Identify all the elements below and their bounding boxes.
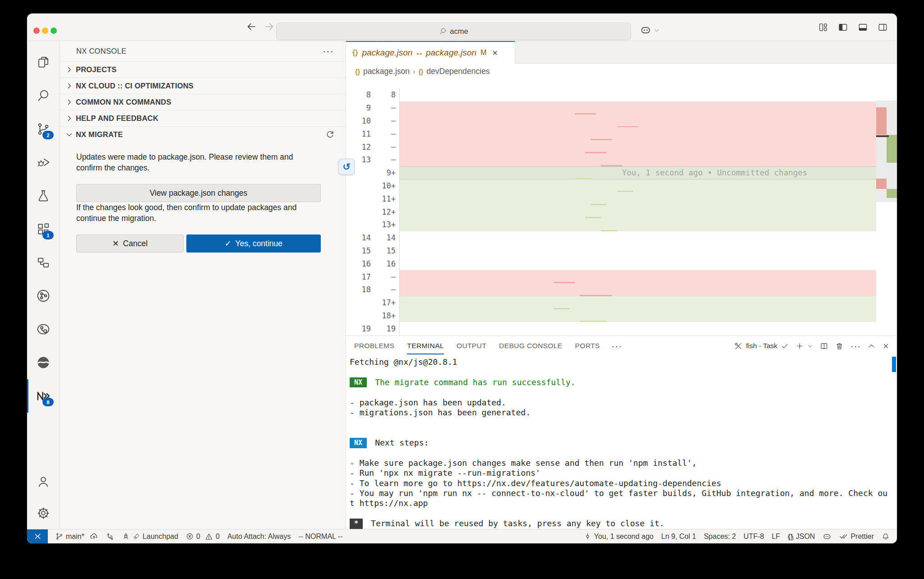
breadcrumb[interactable]: {} package.json › {} devDependencies [346,64,897,79]
code-line[interactable]: 17+ "nx": "20.8.1", [346,296,876,309]
sidebar-item-project-structure[interactable] [27,246,60,279]
sidebar-item-nx-console[interactable]: 8 [27,379,60,413]
git-compare-status[interactable] [106,533,114,541]
section-help-feedback[interactable]: HELP AND FEEDBACK [60,110,346,126]
copilot-status[interactable] [822,532,832,541]
code-line[interactable]: 11 – "@nx/react": "20.0.13", [346,127,876,140]
accounts-button[interactable] [27,466,60,497]
cancel-button[interactable]: ✕Cancel [76,234,184,253]
sidebar-item-search[interactable] [27,79,60,112]
code-line[interactable]: 14 14 "@swc-node/register": "~1.9.1", [346,231,876,244]
sidebar-item-graph[interactable] [27,279,60,312]
sidebar-item-extensions[interactable]: 1 [27,212,60,246]
cursor-position-status[interactable]: Ln 9, Col 1 [661,533,696,541]
close-panel-icon[interactable] [882,342,890,350]
code-line[interactable]: 18+ "typescript": "5.7.3" [346,309,876,322]
command-center-search[interactable]: acme [276,23,631,40]
code-line[interactable]: 19 19 } [346,322,876,335]
new-terminal-icon[interactable] [795,342,804,350]
terminal[interactable]: Fetching @nx/js@20.8.1 NX The migrate co… [346,356,897,529]
language-status[interactable]: {} JSON [788,533,815,541]
code-line[interactable]: 10+ "@nx/playwright": "20.8.1", [346,179,876,193]
panel-tab[interactable]: OUTPUT [457,339,486,353]
code-line[interactable]: 13 – "@nx/webpack": "20.0.13", [346,153,876,166]
terminal-line [350,418,897,427]
panel-tab[interactable]: TERMINAL [407,339,444,353]
rocket-icon [122,533,130,541]
eol-status[interactable]: LF [772,533,780,541]
launchpad-status[interactable]: Launchpad [122,533,178,541]
close-tab-icon[interactable]: × [492,48,498,58]
modified-line-number: 17+ [371,298,399,307]
code-line[interactable]: 10 – "@nx/playwright": "20.0.13", [346,115,876,128]
confirm-button[interactable]: ✓Yes, continue [186,234,321,253]
toggle-panel-icon[interactable] [858,22,868,32]
blame-status[interactable]: You, 1 second ago [584,533,654,541]
code-line[interactable]: 11+ "@nx/react": "20.8.1", [346,192,876,205]
ruler-cursor-marker [876,135,889,137]
view-changes-button[interactable]: View package.json changes [76,184,321,202]
formatter-status[interactable]: Prettier [839,532,874,541]
code-line[interactable]: 15 15 "@swc/core": "~1.5.7", [346,244,876,257]
sidebar-item-source-control[interactable]: 2 [27,112,60,146]
back-icon[interactable] [246,21,257,32]
close-window-button[interactable] [33,28,40,34]
code-line[interactable]: 9+ "@nx/js": "20.8.1", You, 1 second ago… [346,166,876,179]
double-check-icon [839,532,848,541]
section-nx-migrate[interactable]: NX MIGRATE [60,126,346,142]
active-terminal-item[interactable]: fish - Task [734,342,789,350]
section-nx-cloud[interactable]: NX CLOUD :: CI OPTIMIZATIONS [60,78,346,94]
section-common-commands[interactable]: COMMON NX COMMANDS [60,94,346,110]
panel-tab[interactable]: DEBUG CONSOLE [499,339,562,353]
overview-ruler[interactable] [876,79,897,335]
code-line[interactable]: 17 – "nx": "20.0.13", [346,270,876,283]
customize-layout-icon[interactable] [818,22,828,32]
code-line[interactable]: 8 8 "devDependencies": { [346,88,876,101]
diff-editor[interactable]: 8 8 "devDependencies": { 9 – [346,79,897,335]
more-tabs-icon[interactable]: ··· [612,341,622,351]
maximize-panel-icon[interactable] [868,342,875,350]
auto-attach-status[interactable]: Auto Attach: Always [227,533,291,541]
code-line[interactable]: 12 – "@nx/vite": "20.0.13", [346,140,876,153]
chevron-down-icon[interactable] [654,28,660,33]
sidebar-item-testing[interactable] [27,179,60,212]
panel-more-actions-icon[interactable]: ··· [850,341,861,351]
kill-terminal-icon[interactable] [835,342,844,350]
split-terminal-icon[interactable] [820,342,828,350]
encoding-status[interactable]: UTF-8 [744,533,764,541]
terminal-scrollbar[interactable] [892,357,896,372]
code-line[interactable]: 12+ "@nx/vite": "20.8.1", [346,205,876,218]
code-line[interactable]: 16 16 "@swc/helpers": "~0.5.11", [346,257,876,270]
original-line-number: 12 [346,142,371,152]
settings-button[interactable] [27,497,60,529]
problems-status[interactable]: 0 0 [186,533,220,541]
sidebar-item-swirl-logo[interactable] [27,346,60,379]
minimize-window-button[interactable] [42,28,48,34]
indentation-status[interactable]: Spaces: 2 [704,533,736,541]
more-actions-icon[interactable]: ··· [323,49,334,54]
remote-indicator[interactable] [27,529,48,543]
branch-status[interactable]: main* [55,532,98,541]
copilot-icon[interactable] [640,24,651,36]
forward-icon[interactable] [264,21,275,32]
toggle-primary-sidebar-icon[interactable] [838,22,848,32]
sidebar-item-graph-web[interactable] [27,312,60,346]
refresh-icon[interactable] [325,130,335,139]
chevron-down-icon[interactable] [807,343,813,349]
panel-tab[interactable]: PROBLEMS [354,339,394,353]
zoom-window-button[interactable] [51,28,57,34]
breadcrumb-file[interactable]: package.json [363,67,410,76]
sidebar-item-run-debug[interactable] [27,146,60,179]
sidebar-item-explorer[interactable] [27,46,60,79]
vim-mode-status[interactable]: -- NORMAL -- [298,533,342,541]
code-line[interactable]: 13+ "@nx/webpack": "20.8.1", [346,218,876,231]
toggle-secondary-sidebar-icon[interactable] [878,22,888,32]
tab-package-json-diff[interactable]: {} package.json ↔ package.json M × [346,41,515,64]
revert-change-button[interactable]: ↺ [338,159,355,175]
section-projects[interactable]: PROJECTS [60,61,346,78]
code-line[interactable]: 18 – "typescript": "~5.5.2" [346,283,876,296]
notifications-bell-icon[interactable] [882,533,890,541]
panel-tab[interactable]: PORTS [575,339,600,353]
code-line[interactable]: 9 – "@nx/js": "20.0.13", [346,101,876,115]
breadcrumb-symbol[interactable]: devDependencies [426,67,490,76]
